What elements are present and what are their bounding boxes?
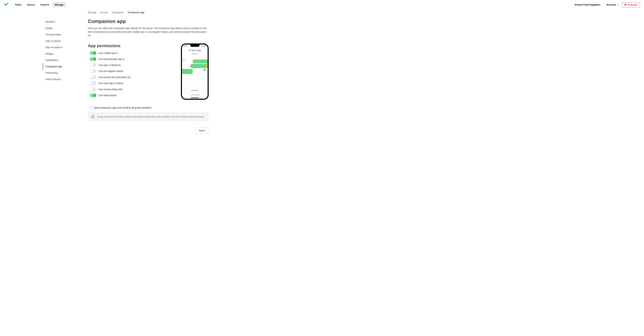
phone-about-link: ⓘ About this app [182, 94, 208, 96]
sidebar-item-members[interactable]: Members [42, 19, 81, 25]
sidebar-item-companion-app[interactable]: Companion app [42, 64, 81, 70]
sidebar-item-badges[interactable]: Badges [42, 51, 81, 57]
breadcrumb-item: Companion app [128, 11, 144, 14]
evacuate-button[interactable]: Evacuate [622, 2, 640, 8]
sidebar-item-onboarding[interactable]: Onboarding [42, 70, 81, 76]
invite-label: Send companion app invite email to all g… [94, 106, 151, 109]
invite-checkbox[interactable] [90, 106, 92, 109]
breadcrumb-item[interactable]: Groups [100, 11, 108, 14]
permission-label: Can book spaces [98, 94, 117, 97]
page-title: Companion app [88, 19, 209, 24]
permission-label: Can view sign in history [98, 82, 123, 85]
svg-point-0 [92, 116, 93, 116]
shield-icon [624, 4, 626, 6]
phone-mockup: 4:45 •• 📶 ▮ Sign In App Companion [181, 44, 209, 100]
page-description: Here you can adjust the companion app se… [88, 27, 209, 38]
sidebar-item-sign-in-options[interactable]: Sign in options [42, 38, 81, 44]
sidebar-item-personal-fields[interactable]: Personal fields [42, 32, 81, 38]
svg-rect-1 [92, 117, 93, 117]
phone-time: 4:45 [184, 45, 187, 47]
toggle-can-automatically-sign-in[interactable] [90, 57, 96, 61]
permission-label: Can automatically sign in [98, 58, 125, 60]
nav-reports[interactable]: Reports [38, 2, 52, 8]
permissions-heading: App permissions [88, 44, 164, 48]
toggle-can-access-today-view[interactable] [90, 88, 96, 91]
breadcrumb: Manage›Groups›Employees›Companion app [88, 11, 209, 14]
sidebar-item-notifications[interactable]: Notifications [42, 57, 81, 63]
permission-label: Can access today view [98, 88, 122, 91]
permission-label: Can access the evacuation list [98, 76, 130, 79]
permission-label: Can sign in deliveries [98, 64, 121, 67]
nav-spaces[interactable]: Spaces [24, 2, 38, 8]
permission-label: Can mobile sign in [98, 52, 118, 54]
logo-icon[interactable] [4, 3, 8, 6]
sidebar-item-sign-out-options[interactable]: Sign out options [42, 44, 81, 50]
toggle-can-view-sign-in-history[interactable] [90, 81, 96, 85]
phone-status-icons: •• 📶 ▮ [202, 45, 206, 47]
toggle-can-book-spaces[interactable] [90, 94, 96, 97]
phone-get-started: Get started [184, 89, 206, 92]
chevron-right-icon: › [126, 11, 126, 14]
permission-label: Can pre-register visitors [98, 70, 124, 73]
sidebar-item-details[interactable]: Details [42, 25, 81, 31]
toggle-can-mobile-sign-in[interactable] [90, 51, 96, 55]
chevron-right-icon: › [110, 11, 110, 14]
chevron-right-icon: › [98, 11, 99, 14]
save-button[interactable]: Save [195, 127, 209, 134]
sidebar: MembersDetailsPersonal fieldsSign in opt… [42, 10, 81, 140]
breadcrumb-item[interactable]: Employees [112, 11, 124, 14]
toggle-can-sign-in-deliveries[interactable] [90, 63, 96, 67]
breadcrumb-item[interactable]: Manage [88, 11, 96, 14]
org-name: Greens Food Suppliers [574, 3, 600, 6]
nav-today[interactable]: Today [12, 2, 24, 8]
phone-brand: Sign In App [182, 49, 208, 51]
sidebar-item-data-privacy[interactable]: Data & privacy [42, 76, 81, 82]
toggle-can-access-the-evacuation-list[interactable] [90, 75, 96, 79]
account-menu[interactable]: Account [606, 3, 619, 6]
nav-manage[interactable]: Manage [52, 2, 66, 8]
info-icon [90, 115, 95, 119]
info-banner: Group members who have a device connecte… [88, 112, 209, 121]
chevron-down-icon [617, 4, 619, 6]
toggle-can-pre-register-visitors[interactable] [90, 69, 96, 73]
phone-subtitle: Companion [182, 53, 208, 55]
